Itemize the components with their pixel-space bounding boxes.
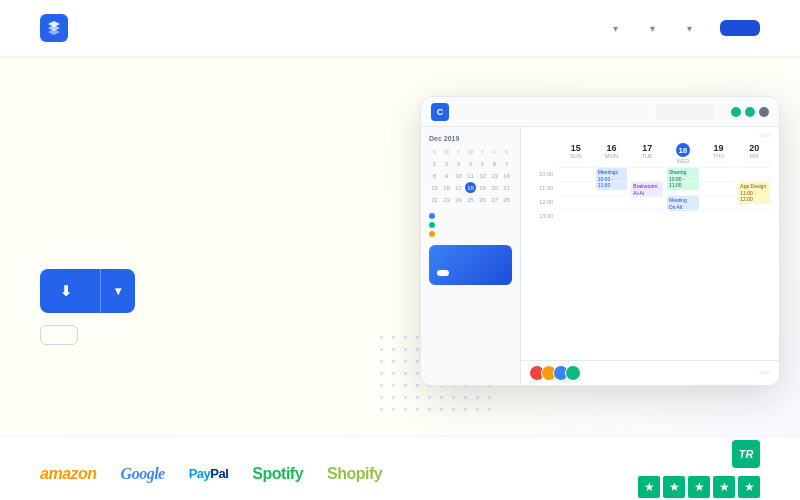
cal-item-appointments xyxy=(429,231,512,237)
settings-icon xyxy=(745,107,755,117)
mini-calendar: S M T W T F S 1 2 3 4 5 6 7 xyxy=(429,146,512,205)
hero-section: const dp = document.querySelector('.dot-… xyxy=(0,56,800,436)
bottom-left: amazon Google PayPal Spotify Shopify xyxy=(40,455,382,483)
notification-icon xyxy=(731,107,741,117)
mockup-calendar-header xyxy=(529,133,771,137)
nav-links: ▾ ▾ ▾ xyxy=(581,20,760,36)
hero-title xyxy=(40,147,380,238)
cal-row-11: 11:00 BrainstormAi-Ai App Design11:00 - … xyxy=(529,181,771,195)
nav-link-landings[interactable]: ▾ xyxy=(609,23,618,34)
nav-logo xyxy=(40,14,76,42)
mockup-search xyxy=(655,105,715,119)
trustpilot-logo: TR xyxy=(732,440,760,468)
app-logo: C xyxy=(431,103,449,121)
hero-left-content: ⬇ ▾ xyxy=(40,147,420,344)
star-rating: ★ ★ ★ ★ ★ xyxy=(638,476,760,498)
star-5: ★ xyxy=(738,476,760,498)
share-button[interactable] xyxy=(759,371,771,375)
mockup-body: Dec 2019 S M T W T F S 1 2 3 4 xyxy=(421,127,779,385)
nav-link-pages[interactable]: ▾ xyxy=(646,23,655,34)
star-2: ★ xyxy=(663,476,685,498)
score-text: TR xyxy=(724,440,760,468)
chevron-down-icon: ▾ xyxy=(687,23,692,34)
view-mode-button[interactable] xyxy=(759,133,771,137)
upgrade-card xyxy=(429,245,512,285)
mockup-topbar: C xyxy=(421,97,779,127)
brand-amazon: amazon xyxy=(40,465,97,483)
brand-paypal: PayPal xyxy=(189,466,229,481)
chevron-down-icon: ▾ xyxy=(650,23,655,34)
mockup-nav-items xyxy=(465,111,639,113)
download-button[interactable]: ⬇ ▾ xyxy=(40,269,135,313)
cal-item-team xyxy=(429,222,512,228)
brand-google: Google xyxy=(121,465,165,483)
cal-row-12: 12:00 MeetingDo Alt xyxy=(529,195,771,209)
bottom-section: amazon Google PayPal Spotify Shopify TR … xyxy=(0,436,800,500)
download-icon: ⬇ xyxy=(60,283,72,299)
logo-icon xyxy=(40,14,68,42)
star-4: ★ xyxy=(713,476,735,498)
cal-row-13: 13:00 xyxy=(529,209,771,223)
brand-spotify: Spotify xyxy=(252,465,303,483)
avatar xyxy=(565,365,581,381)
user-avatar xyxy=(759,107,769,117)
star-3: ★ xyxy=(688,476,710,498)
cal-item-personal xyxy=(429,213,512,219)
bottom-right: TR ★ ★ ★ ★ ★ xyxy=(638,440,760,498)
star-1: ★ xyxy=(638,476,660,498)
avatar-group xyxy=(529,365,577,381)
navbar: ▾ ▾ ▾ xyxy=(0,0,800,56)
day-headers: 15 SUN 16 MON 17 TUE 18 xyxy=(529,143,771,164)
chevron-down-icon: ▾ xyxy=(613,23,618,34)
nav-download-button[interactable] xyxy=(720,20,760,36)
mockup-sidebar: Dec 2019 S M T W T F S 1 2 3 4 xyxy=(421,127,521,385)
mockup-icons xyxy=(731,107,769,117)
upgrade-button[interactable] xyxy=(437,270,449,276)
app-mockup: C Dec 2019 xyxy=(420,96,780,386)
cal-row-10: 10:00 Meetings10:00 - 11:00 Sharing10:00… xyxy=(529,167,771,181)
platforms-button[interactable] xyxy=(40,325,78,345)
dropdown-arrow-icon[interactable]: ▾ xyxy=(101,272,135,310)
mockup-footer xyxy=(521,360,779,385)
mockup-main-calendar: 15 SUN 16 MON 17 TUE 18 xyxy=(521,127,779,385)
brand-shopify: Shopify xyxy=(327,465,382,483)
hero-right-mockup: C Dec 2019 xyxy=(420,86,760,406)
brand-logos: amazon Google PayPal Spotify Shopify xyxy=(40,465,382,483)
hero-buttons: ⬇ ▾ xyxy=(40,269,380,345)
nav-link-docs[interactable]: ▾ xyxy=(683,23,692,34)
